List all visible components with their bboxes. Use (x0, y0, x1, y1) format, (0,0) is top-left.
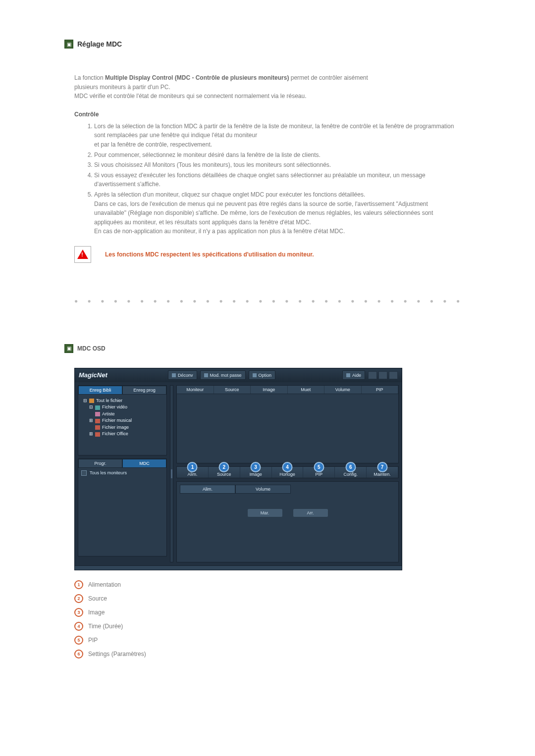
magicnet-window: MagicNet Déconv Mod. mot passe Option Ai… (74, 368, 402, 570)
square-icon (172, 373, 176, 377)
section-title: Réglage MDC (77, 40, 122, 48)
intro-line2: plusieurs moniteurs à partir d'un PC. (74, 84, 170, 91)
tree-artiste[interactable]: Artiste (83, 411, 163, 418)
warning-text: Les fonctions MDC respectent les spécifi… (105, 251, 314, 258)
badge-4: 4 (282, 462, 293, 472)
controle-heading: Contrôle (74, 111, 461, 118)
status-grid: Moniteur Source Image Muet Volume PIP (176, 385, 399, 463)
maximize-button[interactable] (378, 371, 387, 379)
controle-steps: Lors de la sélection de la fonction MDC … (84, 122, 461, 236)
close-button[interactable] (389, 371, 398, 379)
step-5: Après la sélection d'un moniteur, clique… (94, 190, 461, 236)
legend-row: 5 PIP (74, 636, 461, 645)
grid-header: Moniteur Source Image Muet Volume PIP (177, 386, 398, 394)
vertical-splitter[interactable] (170, 385, 173, 562)
tab-mdc[interactable]: MDC (122, 459, 166, 468)
deconv-button[interactable]: Déconv (168, 370, 197, 380)
legend-label: Alimentation (88, 581, 121, 588)
aide-button[interactable]: Aide (342, 370, 365, 380)
warning-icon: ! (74, 246, 91, 263)
tab-config[interactable]: 6Config. (335, 467, 367, 478)
legend-badge: 6 (74, 650, 83, 658)
badge-2: 2 (219, 462, 229, 472)
legend: 1 Alimentation 2 Source 3 Image 4 Time (… (74, 580, 461, 658)
step-2: Pour commencer, sélectionnez le moniteur… (94, 151, 461, 160)
minimize-button[interactable] (368, 371, 377, 379)
tab-horloge[interactable]: 4Horloge (272, 467, 304, 478)
intro-bold: Multiple Display Control (MDC - Contrôle… (105, 74, 289, 81)
monitor-list: Tous les moniteurs (78, 468, 166, 556)
intro-suffix: permet de contrôler aisément (289, 74, 368, 81)
square-icon (253, 373, 257, 377)
tab-image[interactable]: 3Image (240, 467, 272, 478)
app-logo: MagicNet (79, 371, 168, 379)
badge-7: 7 (377, 462, 387, 472)
legend-badge: 4 (74, 622, 83, 631)
warning-row: ! Les fonctions MDC respectent les spéci… (74, 246, 461, 263)
ctrl-tab-alim[interactable]: Alim. (180, 485, 235, 494)
legend-label: Settings (Paramètres) (88, 651, 146, 657)
grid-body (177, 394, 398, 463)
checkbox[interactable] (81, 470, 87, 476)
library-panel: Enreg Bibli Enreg prog ⊟Tout le fichier … (78, 385, 167, 455)
legend-row: 2 Source (74, 594, 461, 603)
tab-pip[interactable]: 5PIP (303, 467, 335, 478)
legend-badge: 1 (74, 580, 83, 589)
btn-mar[interactable]: Mar. (247, 508, 283, 517)
legend-label: Time (Durée) (88, 623, 123, 630)
tab-progr[interactable]: Progr. (78, 459, 122, 468)
badge-3: 3 (251, 462, 261, 472)
tree-video[interactable]: ⊟Fichier vidéo (83, 404, 163, 411)
section-header: ▣ Réglage MDC (64, 40, 471, 49)
legend-badge: 3 (74, 608, 83, 617)
statusbar (75, 565, 402, 570)
monitor-icon: ▣ (64, 344, 73, 353)
intro-paragraph: La fonction Multiple Display Control (MD… (74, 73, 461, 101)
file-tree: ⊟Tout le fichier ⊟Fichier vidéo Artiste … (78, 395, 166, 455)
window-controls (368, 371, 398, 379)
office-icon (95, 432, 100, 437)
list-item[interactable]: Tous les moniteurs (81, 470, 163, 476)
tab-source[interactable]: 2Source (209, 467, 240, 478)
tab-mainten[interactable]: 7Mainten. (367, 467, 398, 478)
mdc-tabrow: 1Alim. 2Source 3Image 4Horloge 5PIP 6Con… (176, 466, 399, 478)
btn-arr[interactable]: Arr. (293, 508, 328, 517)
tree-office[interactable]: ⊞Fichier Office (83, 431, 163, 438)
col-moniteur[interactable]: Moniteur (177, 386, 214, 394)
legend-label: PIP (88, 637, 98, 644)
legend-badge: 2 (74, 594, 83, 603)
col-volume[interactable]: Volume (324, 386, 362, 394)
col-image[interactable]: Image (251, 386, 288, 394)
osd-header: ▣ MDC OSD (64, 344, 471, 353)
control-panel: Alim. Volume Mar. Arr. (176, 481, 399, 562)
osd-title: MDC OSD (77, 345, 106, 352)
legend-label: Image (88, 609, 105, 616)
tab-alim[interactable]: 1Alim. (177, 467, 209, 478)
col-pip[interactable]: PIP (362, 386, 399, 394)
tree-musical[interactable]: ⊞Fichier musical (83, 417, 163, 424)
tree-root[interactable]: ⊟Tout le fichier (83, 398, 163, 404)
step-1: Lors de la sélection de la fonction MDC … (94, 122, 461, 150)
col-source[interactable]: Source (214, 386, 251, 394)
tab-enreg-bibli[interactable]: Enreg Bibli (78, 386, 122, 395)
badge-5: 5 (314, 462, 324, 472)
legend-row: 3 Image (74, 608, 461, 617)
legend-badge: 5 (74, 636, 83, 645)
square-icon (204, 373, 208, 377)
intro-prefix: La fonction (74, 74, 105, 81)
step-3: Si vous choisissez All Monitors (Tous le… (94, 160, 461, 170)
dotted-divider: ● ● ● ● ● ● ● ● ● ● ● ● ● ● ● ● ● ● ● ● … (74, 298, 461, 304)
monitor-icon: ▣ (64, 40, 73, 49)
legend-row: 1 Alimentation (74, 580, 461, 589)
monitor-list-panel: Progr. MDC Tous les moniteurs (78, 458, 167, 556)
legend-label: Source (88, 595, 107, 602)
ctrl-tab-volume[interactable]: Volume (235, 485, 291, 494)
tree-image[interactable]: ⊞Fichier image (83, 424, 163, 431)
tab-enreg-prog[interactable]: Enreg prog (122, 386, 166, 395)
legend-row: 6 Settings (Paramètres) (74, 650, 461, 658)
mod-passe-button[interactable]: Mod. mot passe (200, 370, 246, 380)
artist-icon (95, 412, 100, 416)
col-muet[interactable]: Muet (288, 386, 325, 394)
option-button[interactable]: Option (249, 370, 276, 380)
image-icon (95, 425, 100, 430)
